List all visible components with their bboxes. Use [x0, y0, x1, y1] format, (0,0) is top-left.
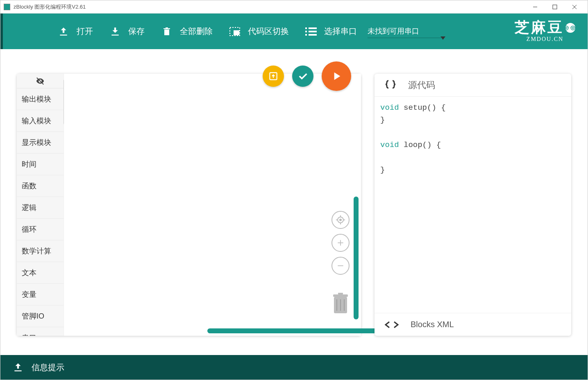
- workspace-trash[interactable]: [331, 292, 350, 314]
- trashcan-icon: [331, 292, 350, 314]
- window-title: zBlockly 图形化编程环境V2.61: [14, 3, 86, 11]
- category-item[interactable]: 输出模块: [17, 88, 64, 110]
- upload-icon: [13, 362, 23, 373]
- category-item[interactable]: 管脚IO: [17, 305, 64, 327]
- workspace-pane: 输出模块 输入模块 显示模块 时间 函数 逻辑 循环 数学计算 文本 变量 管脚…: [17, 74, 361, 336]
- footer: 信息提示: [0, 355, 588, 380]
- category-item[interactable]: 循环: [17, 219, 64, 240]
- workspace-controls: [331, 211, 350, 314]
- code-toggle-icon: [229, 26, 241, 37]
- category-item[interactable]: 变量: [17, 284, 64, 305]
- angle-brackets-icon: [384, 321, 399, 329]
- trash-icon: [161, 26, 173, 37]
- category-header[interactable]: [17, 74, 64, 88]
- plus-icon: [336, 239, 345, 247]
- blockly-workspace[interactable]: [64, 74, 361, 336]
- upload-button[interactable]: [263, 66, 284, 87]
- code-title: 源代码: [408, 79, 435, 91]
- svg-point-15: [340, 219, 341, 221]
- eye-off-icon: [34, 77, 46, 86]
- window-controls: [525, 0, 584, 14]
- minimize-button[interactable]: [525, 0, 545, 14]
- port-select-box[interactable]: 未找到可用串口: [368, 25, 441, 38]
- category-item[interactable]: 显示模块: [17, 132, 64, 154]
- svg-rect-8: [305, 31, 307, 32]
- toggle-code-button[interactable]: 代码区切换: [229, 26, 289, 37]
- category-item[interactable]: 文本: [17, 262, 64, 284]
- code-pane: 源代码 void setup() { } void loop() { } Blo…: [375, 74, 571, 336]
- check-icon: [297, 70, 309, 82]
- open-button[interactable]: 打开: [58, 26, 93, 37]
- zoom-in-button[interactable]: [331, 234, 350, 252]
- svg-rect-11: [309, 34, 317, 36]
- minimize-icon: [533, 5, 538, 9]
- maximize-button[interactable]: [545, 0, 565, 14]
- workspace-vscroll[interactable]: [354, 197, 359, 319]
- titlebar: zBlockly 图形化编程环境V2.61: [0, 0, 588, 14]
- zoom-out-button[interactable]: [331, 257, 350, 275]
- minus-icon: [336, 262, 345, 270]
- open-label: 打开: [77, 26, 93, 37]
- run-button[interactable]: [322, 61, 351, 91]
- target-icon: [336, 215, 345, 225]
- svg-rect-24: [333, 294, 348, 297]
- logo-text: 芝麻豆: [515, 18, 564, 38]
- category-list: 输出模块 输入模块 显示模块 时间 函数 逻辑 循环 数学计算 文本 变量 管脚…: [17, 74, 64, 336]
- xml-title: Blocks XML: [411, 320, 454, 329]
- play-icon: [330, 70, 343, 83]
- category-item[interactable]: 时间: [17, 154, 64, 175]
- category-item[interactable]: 串口: [17, 327, 64, 336]
- port-placeholder: 未找到可用串口: [368, 25, 441, 38]
- save-button[interactable]: 保存: [109, 26, 145, 37]
- xml-footer[interactable]: Blocks XML: [375, 313, 571, 336]
- logo-eye-icon: ◎◎: [565, 23, 575, 33]
- svg-rect-1: [553, 5, 557, 9]
- body: 输出模块 输入模块 显示模块 时间 函数 逻辑 循环 数学计算 文本 变量 管脚…: [0, 49, 588, 355]
- verify-button[interactable]: [292, 66, 313, 87]
- category-item[interactable]: 逻辑: [17, 197, 64, 219]
- svg-rect-5: [234, 31, 239, 35]
- category-item[interactable]: 函数: [17, 175, 64, 197]
- toolbar-stripe: [0, 14, 3, 49]
- action-buttons: [263, 61, 351, 91]
- svg-rect-6: [305, 27, 307, 29]
- category-scroll: 输出模块 输入模块 显示模块 时间 函数 逻辑 循环 数学计算 文本 变量 管脚…: [17, 88, 64, 336]
- code-body[interactable]: void setup() { } void loop() { }: [375, 97, 571, 313]
- chevron-down-icon: [440, 36, 445, 40]
- category-item[interactable]: 数学计算: [17, 240, 64, 262]
- svg-rect-10: [305, 34, 307, 36]
- svg-rect-25: [338, 293, 343, 294]
- app-icon: [4, 4, 10, 10]
- svg-rect-7: [309, 27, 317, 29]
- toolbar: 打开 保存 全部删除 代码区切换 选择串口 未找到可用串口: [0, 14, 588, 49]
- upload-icon: [58, 26, 69, 37]
- close-icon: [572, 5, 577, 9]
- select-port-label: 选择串口: [324, 26, 357, 37]
- footer-label: 信息提示: [32, 362, 64, 373]
- close-button[interactable]: [565, 0, 584, 14]
- center-button[interactable]: [331, 211, 350, 229]
- braces-icon: [384, 79, 397, 91]
- upload-to-board-icon: [268, 71, 279, 81]
- save-label: 保存: [128, 26, 145, 37]
- brand-logo: 芝麻豆 ◎◎ ZMDOU.CN: [515, 18, 575, 43]
- code-header[interactable]: 源代码: [375, 74, 571, 97]
- select-port-dropdown[interactable]: 选择串口 未找到可用串口: [305, 25, 441, 38]
- category-item[interactable]: 输入模块: [17, 110, 64, 132]
- delete-all-label: 全部删除: [180, 26, 213, 37]
- download-icon: [109, 26, 121, 37]
- toggle-code-label: 代码区切换: [248, 26, 289, 37]
- app-window: zBlockly 图形化编程环境V2.61 打开 保存: [0, 0, 588, 380]
- maximize-icon: [552, 5, 557, 9]
- list-icon: [305, 26, 317, 37]
- delete-all-button[interactable]: 全部删除: [161, 26, 213, 37]
- svg-rect-9: [309, 31, 317, 32]
